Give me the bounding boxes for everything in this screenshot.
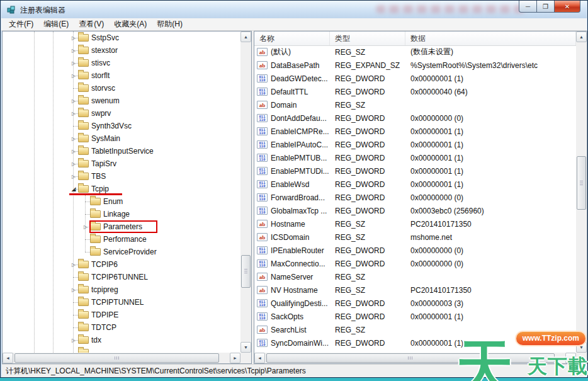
scroll-right-icon[interactable]: ► — [230, 353, 240, 363]
reg-dword-icon: 011110 — [257, 114, 268, 122]
tree-item-tcpip6[interactable]: ▷TCPIP6 — [3, 258, 240, 271]
values-horizontal-scrollbar[interactable]: ◄ ► — [254, 353, 576, 363]
tree-item-synth3dvsc[interactable]: Synth3dVsc — [3, 120, 240, 132]
folder-icon — [90, 236, 101, 243]
value-type: REG_DWORD — [330, 259, 405, 268]
tree-item-stexstor[interactable]: ▷stexstor — [3, 44, 240, 57]
value-name: MaxConnectio... — [271, 259, 325, 268]
tree-vscroll-thumb[interactable] — [241, 255, 251, 288]
tree-item-swprv[interactable]: ▷swprv — [3, 107, 240, 120]
value-row-enablepmtudi[interactable]: 011110EnablePMTUDi...REG_DWORD0x00000001… — [254, 164, 576, 178]
tree-item-parameters[interactable]: ▷Parameters — [3, 220, 240, 233]
tree-item-performance[interactable]: Performance — [3, 233, 240, 246]
value-row-databasepath[interactable]: abDataBasePathREG_EXPAND_SZ%SystemRoot%\… — [254, 59, 576, 72]
value-row-searchlist[interactable]: abSearchListREG_SZ — [254, 323, 576, 336]
value-row-enablewsd[interactable]: 011110EnableWsdREG_DWORD0x00000001 (1) — [254, 178, 576, 191]
reg-dword-icon: 011110 — [257, 88, 268, 96]
folder-icon — [78, 160, 89, 168]
value-row-dontadddefau[interactable]: 011110DontAddDefau...REG_DWORD0x00000000… — [254, 111, 576, 125]
value-row-hostname[interactable]: abHostnameREG_SZPC201410171350 — [254, 217, 576, 230]
folder-icon — [78, 336, 89, 344]
tree-item-enum[interactable]: Enum — [3, 195, 240, 208]
value-row-icsdomain[interactable]: abICSDomainREG_SZmshome.net — [254, 230, 576, 244]
tree-item-tdpipe[interactable]: TDPIPE — [3, 309, 240, 321]
scroll-right-icon[interactable]: ► — [565, 353, 576, 363]
values-hscroll-thumb[interactable] — [266, 353, 555, 363]
value-row-globalmaxtcp[interactable]: 011110GlobalmaxTcp ...REG_DWORD0x0003ebc… — [254, 204, 576, 217]
tree-item-swenum[interactable]: ▷swenum — [3, 94, 240, 107]
tree-item-tcpiptunnel[interactable]: TCPIPTUNNEL — [3, 296, 240, 309]
scroll-up-icon[interactable]: ▲ — [240, 31, 251, 42]
tree-item-tcpip[interactable]: ◢Tcpip — [3, 183, 240, 195]
value-type: REG_EXPAND_SZ — [330, 61, 405, 70]
tree-item-label: tcpipreg — [91, 285, 118, 294]
value-row-enablepmtub[interactable]: 011110EnablePMTUB...REG_DWORD0x00000001 … — [254, 151, 576, 164]
value-row-forwardbroad[interactable]: 011110ForwardBroad...REG_DWORD0x00000000… — [254, 191, 576, 204]
value-row-nameserver[interactable]: abNameServerREG_SZ — [254, 270, 576, 283]
value-data: 0x00000001 (1) — [405, 339, 576, 348]
tree-item-tabletinputservice[interactable]: ▷TabletInputService — [3, 145, 240, 157]
values-vertical-scrollbar[interactable]: ▲ ▼ — [576, 31, 587, 353]
scroll-left-icon[interactable]: ◄ — [254, 353, 265, 363]
tree-hscroll-thumb[interactable] — [14, 353, 219, 363]
value-row-enableipautoc[interactable]: 011110EnableIPAutoC...REG_DWORD0x0000000… — [254, 138, 576, 151]
tree-horizontal-scrollbar[interactable]: ◄ ► — [3, 353, 240, 363]
tree-item-storvsc[interactable]: storvsc — [3, 82, 240, 94]
tree-item-tcpip6tunnel[interactable]: TCPIP6TUNNEL — [3, 271, 240, 283]
tree-item-tcpipreg[interactable]: ▷tcpipreg — [3, 283, 240, 296]
value-row-defaultttl[interactable]: 011110DefaultTTLREG_DWORD0x00000040 (64) — [254, 85, 576, 98]
value-name: ICSDomain — [271, 233, 309, 242]
tree-item-serviceprovider[interactable]: ServiceProvider — [3, 246, 240, 258]
scroll-down-icon[interactable]: ▼ — [240, 342, 251, 353]
value-row-sackopts[interactable]: 011110SackOptsREG_DWORD0x00000001 (1) — [254, 310, 576, 323]
value-row-maxconnectio[interactable]: 011110MaxConnectio...REG_DWORD0x00000000… — [254, 257, 576, 270]
menu-edit[interactable]: 编辑(E) — [38, 18, 74, 31]
reg-dword-icon: 011110 — [257, 299, 268, 307]
menu-help[interactable]: 帮助(H) — [152, 18, 188, 31]
tree-item-label: TCPIPTUNNEL — [91, 298, 144, 307]
scroll-left-icon[interactable]: ◄ — [3, 353, 13, 363]
value-name: SackOpts — [271, 312, 303, 321]
value-type: REG_SZ — [330, 233, 405, 242]
menu-view[interactable]: 查看(V) — [74, 18, 109, 31]
reg-dword-icon: 011110 — [257, 180, 268, 188]
titlebar[interactable]: 注册表编辑器 ─ ❐ ✕ — [1, 1, 587, 19]
value-data: (数值未设置) — [405, 47, 576, 57]
reg-sz-icon: ab — [257, 61, 268, 69]
value-row-enableicmpre[interactable]: 011110EnableICMPRe...REG_DWORD0x00000001… — [254, 125, 576, 138]
value-data: 0x00000000 (0) — [405, 246, 576, 255]
scroll-down-icon[interactable]: ▼ — [576, 342, 587, 353]
tree-item-tdx[interactable]: ▷tdx — [3, 334, 240, 346]
column-header-type[interactable]: 类型 — [330, 31, 405, 45]
value-row-item[interactable]: ab(默认)REG_SZ(数值未设置) — [254, 45, 576, 59]
tree-item-tapisrv[interactable]: ▷TapiSrv — [3, 157, 240, 170]
tree-item-item[interactable] — [3, 346, 240, 353]
column-header-data[interactable]: 数据 — [405, 31, 576, 45]
value-data: 0x00000040 (64) — [405, 88, 576, 96]
tree-item-stisvc[interactable]: ▷stisvc — [3, 57, 240, 69]
value-row-qualifyingdesti[interactable]: 011110QualifyingDesti...REG_DWORD0x00000… — [254, 297, 576, 310]
value-row-syncdomainwi[interactable]: 011110SyncDomainWi...REG_DWORD0x00000001… — [254, 336, 576, 350]
tree-item-label: tdx — [91, 336, 101, 344]
tree-vertical-scrollbar[interactable]: ▲ ▼ — [240, 31, 251, 353]
value-data: 0x00000001 (1) — [405, 312, 576, 321]
column-header-name[interactable]: 名称 — [254, 31, 330, 45]
tree-item-tdtcp[interactable]: TDTCP — [3, 321, 240, 334]
menu-favorites[interactable]: 收藏夹(A) — [109, 18, 152, 31]
value-row-domain[interactable]: abDomainREG_SZ — [254, 98, 576, 111]
maximize-button[interactable]: ❐ — [537, 1, 555, 13]
scroll-up-icon[interactable]: ▲ — [576, 31, 587, 42]
tree-item-tbs[interactable]: ▷TBS — [3, 170, 240, 183]
value-row-ipenablerouter[interactable]: 011110IPEnableRouterREG_DWORD0x00000000 … — [254, 244, 576, 257]
menu-file[interactable]: 文件(F) — [4, 18, 38, 31]
minimize-button[interactable]: ─ — [519, 1, 537, 13]
value-data: 0x00000001 (1) — [405, 154, 576, 162]
tree-item-storflt[interactable]: ▷storflt — [3, 69, 240, 82]
value-row-deadgwdetec[interactable]: 011110DeadGWDetec...REG_DWORD0x00000001 … — [254, 72, 576, 85]
tree-item-sysmain[interactable]: ▷SysMain — [3, 132, 240, 145]
tree-item-linkage[interactable]: Linkage — [3, 208, 240, 220]
close-button[interactable]: ✕ — [555, 1, 580, 13]
tree-item-sstpsvc[interactable]: ▷SstpSvc — [3, 31, 240, 44]
values-vscroll-thumb[interactable] — [577, 156, 586, 210]
value-row-nv-hostname[interactable]: abNV HostnameREG_SZPC201410171350 — [254, 283, 576, 297]
